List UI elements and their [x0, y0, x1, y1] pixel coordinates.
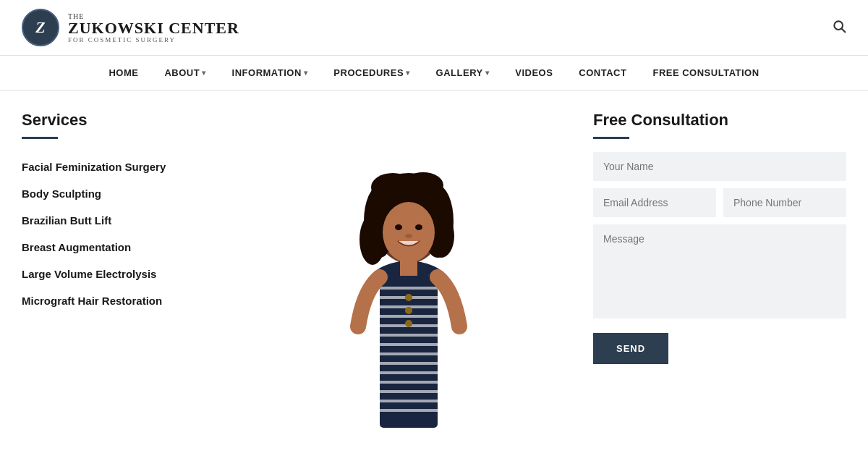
form-title: Free Consultation: [593, 111, 846, 130]
svg-rect-26: [380, 381, 438, 384]
svg-rect-34: [417, 265, 428, 278]
service-brazilian-butt-lift[interactable]: Brazilian Butt Lift: [22, 207, 239, 234]
search-icon[interactable]: [832, 19, 846, 37]
chevron-down-icon: ▾: [406, 69, 410, 77]
svg-rect-19: [380, 315, 438, 318]
nav-gallery[interactable]: GALLERY▾: [436, 67, 490, 78]
svg-point-10: [383, 202, 435, 263]
service-breast-augmentation[interactable]: Breast Augmentation: [22, 234, 239, 261]
svg-rect-14: [400, 260, 417, 276]
email-input[interactable]: [593, 188, 716, 217]
person-illustration: [315, 153, 503, 431]
svg-line-1: [842, 28, 846, 32]
service-body-sculpting[interactable]: Body Sculpting: [22, 180, 239, 207]
svg-point-31: [405, 307, 412, 314]
logo[interactable]: Z THE ZUKOWSKI CENTER FOR COSMETIC SURGE…: [22, 9, 239, 46]
services-title: Services: [22, 111, 239, 130]
svg-point-12: [415, 224, 422, 230]
services-sidebar: Services Facial Feminization Surgery Bod…: [22, 111, 239, 431]
nav-home[interactable]: HOME: [109, 67, 138, 78]
chevron-down-icon: ▾: [304, 69, 308, 77]
nav-contact[interactable]: CONTACT: [579, 67, 626, 78]
email-phone-row: [593, 188, 846, 217]
service-large-volume-electrolysis[interactable]: Large Volume Electrolysis: [22, 261, 239, 287]
svg-rect-22: [380, 343, 438, 346]
chevron-down-icon: ▾: [485, 69, 490, 77]
send-button[interactable]: SEND: [593, 333, 668, 364]
nav-free-consultation[interactable]: FREE CONSULTATION: [652, 67, 759, 78]
main-content: Services Facial Feminization Surgery Bod…: [0, 90, 868, 445]
svg-point-13: [405, 234, 412, 238]
nav-information[interactable]: INFORMATION▾: [232, 67, 308, 78]
nav-videos[interactable]: VIDEOS: [515, 67, 553, 78]
logo-text: THE ZUKOWSKI CENTER FOR COSMETIC SURGERY: [68, 12, 239, 43]
name-input[interactable]: [593, 152, 846, 181]
svg-point-6: [359, 214, 386, 265]
message-row: [593, 224, 846, 321]
svg-rect-29: [380, 409, 438, 412]
name-row: [593, 152, 846, 181]
message-textarea[interactable]: [593, 224, 846, 318]
svg-rect-24: [380, 362, 438, 365]
svg-rect-25: [380, 371, 438, 374]
svg-rect-28: [380, 400, 438, 402]
logo-icon: Z: [22, 9, 59, 46]
svg-point-32: [405, 320, 412, 327]
svg-point-9: [403, 172, 443, 198]
service-micrograft-hair[interactable]: Micrograft Hair Restoration: [22, 287, 239, 314]
hero-image-area: [239, 111, 579, 431]
nav-procedures[interactable]: PROCEDURES▾: [333, 67, 409, 78]
svg-rect-27: [380, 390, 438, 393]
main-nav: HOME ABOUT▾ INFORMATION▾ PROCEDURES▾ GAL…: [0, 56, 868, 90]
svg-rect-16: [380, 287, 438, 290]
nav-about[interactable]: ABOUT▾: [164, 67, 205, 78]
svg-rect-23: [380, 352, 438, 355]
phone-input[interactable]: [723, 188, 846, 217]
consultation-form: Free Consultation SEND: [579, 111, 846, 431]
sidebar-divider: [22, 137, 58, 139]
svg-point-30: [405, 294, 412, 301]
form-divider: [593, 137, 629, 139]
svg-point-11: [395, 224, 402, 230]
svg-rect-33: [389, 265, 400, 278]
svg-rect-21: [380, 334, 438, 337]
site-header: Z THE ZUKOWSKI CENTER FOR COSMETIC SURGE…: [0, 0, 868, 56]
chevron-down-icon: ▾: [202, 69, 206, 77]
service-facial-feminization[interactable]: Facial Feminization Surgery: [22, 153, 239, 180]
